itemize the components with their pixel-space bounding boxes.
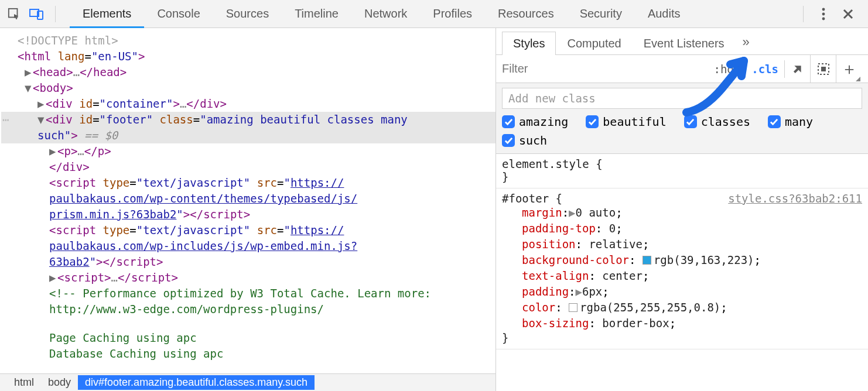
val: "footer" bbox=[100, 113, 153, 126]
rule-source-link[interactable]: style.css?63bab2:611 bbox=[728, 192, 862, 205]
dom-line[interactable]: ▶<head>…</head> bbox=[1, 64, 495, 80]
tab-console[interactable]: Console bbox=[144, 0, 213, 28]
checkbox-icon[interactable] bbox=[684, 115, 697, 128]
cls-toggle[interactable]: .cls bbox=[745, 60, 785, 78]
prop: margin bbox=[522, 206, 562, 219]
tab-network[interactable]: Network bbox=[351, 0, 420, 28]
crumb-html[interactable]: html bbox=[7, 375, 41, 390]
crumb-body[interactable]: body bbox=[41, 375, 78, 390]
tab-profiles[interactable]: Profiles bbox=[420, 0, 485, 28]
tab-sources[interactable]: Sources bbox=[213, 0, 282, 28]
dom-line[interactable]: ▶<script>…</script> bbox=[1, 270, 495, 286]
dom-line[interactable]: Page Caching using apc bbox=[1, 330, 495, 346]
dom-tree[interactable]: <!DOCTYPE html> <html lang="en-US"> ▶<he… bbox=[0, 28, 495, 373]
declaration[interactable]: padding-top: 0; bbox=[502, 221, 862, 236]
subtab-styles[interactable]: Styles bbox=[502, 32, 556, 55]
link[interactable]: 63bab2 bbox=[49, 255, 90, 268]
declaration[interactable]: box-sizing: border-box; bbox=[502, 315, 862, 331]
declaration[interactable]: padding:▶6px; bbox=[502, 284, 862, 300]
content-area: <!DOCTYPE html> <html lang="en-US"> ▶<he… bbox=[0, 28, 868, 391]
close-icon[interactable] bbox=[838, 4, 859, 25]
box-model-icon[interactable] bbox=[811, 55, 836, 83]
doctype: <!DOCTYPE html> bbox=[18, 34, 118, 47]
svg-point-5 bbox=[822, 17, 825, 20]
ellipsis: … bbox=[111, 271, 118, 284]
class-check[interactable]: beautiful bbox=[586, 115, 666, 129]
prop: color bbox=[522, 301, 555, 314]
class-check[interactable]: classes bbox=[684, 115, 750, 129]
tag: p bbox=[64, 145, 70, 157]
expand-arrow-icon[interactable]: ▶ bbox=[49, 143, 57, 159]
checkbox-icon[interactable] bbox=[502, 134, 515, 147]
styles-filter-input[interactable] bbox=[502, 62, 619, 76]
add-rule-button[interactable]: ＋ bbox=[836, 55, 862, 83]
dom-line-selected[interactable]: such"> == $0 bbox=[1, 128, 495, 143]
expand-arrow-icon[interactable]: ▶ bbox=[49, 270, 57, 286]
dom-line[interactable]: <!-- Performance optimized by W3 Total C… bbox=[1, 286, 495, 301]
color-swatch-icon[interactable] bbox=[643, 256, 651, 265]
tag: script bbox=[131, 271, 172, 284]
tag: p bbox=[98, 145, 104, 157]
collapse-arrow-icon[interactable]: ▼ bbox=[37, 112, 46, 128]
expand-arrow-icon[interactable]: ▶ bbox=[37, 96, 46, 112]
dom-line[interactable]: <html lang="en-US"> bbox=[1, 49, 495, 64]
declaration[interactable]: position: relative; bbox=[502, 236, 862, 252]
tag: script bbox=[64, 271, 104, 284]
tab-timeline[interactable]: Timeline bbox=[282, 0, 351, 28]
dom-line[interactable]: prism.min.js?63bab2"></script> bbox=[1, 207, 495, 222]
dom-line[interactable]: 63bab2"></script> bbox=[1, 254, 495, 270]
dom-line[interactable]: <script type="text/javascript" src="http… bbox=[1, 175, 495, 191]
subtab-computed[interactable]: Computed bbox=[556, 32, 632, 55]
link[interactable]: https:// bbox=[291, 176, 344, 189]
svg-point-4 bbox=[822, 12, 825, 15]
declaration[interactable]: color: rgba(255,255,255,0.8); bbox=[502, 300, 862, 315]
link[interactable]: paulbakaus.com/wp-content/themes/typebas… bbox=[49, 192, 357, 205]
class-check[interactable]: many bbox=[768, 115, 813, 129]
dom-line[interactable]: Database Caching using apc bbox=[1, 346, 495, 362]
tab-elements[interactable]: Elements bbox=[70, 0, 144, 28]
link[interactable]: prism.min.js?63bab2 bbox=[49, 208, 176, 221]
dom-line[interactable]: http://www.w3-edge.com/wordpress-plugins… bbox=[1, 301, 495, 317]
checkbox-icon[interactable] bbox=[502, 115, 515, 128]
expand-arrow-icon[interactable]: ▶ bbox=[25, 64, 33, 80]
style-rule-element[interactable]: element.style { } bbox=[496, 154, 868, 188]
dom-line[interactable]: paulbakaus.com/wp-content/themes/typebas… bbox=[1, 191, 495, 207]
class-check[interactable]: such bbox=[502, 133, 547, 148]
checkbox-icon[interactable] bbox=[586, 115, 599, 128]
tab-audits[interactable]: Audits bbox=[635, 0, 693, 28]
subtab-event-listeners[interactable]: Event Listeners bbox=[633, 32, 736, 55]
declaration[interactable]: background-color: rgb(39,163,223); bbox=[502, 252, 862, 268]
comment: Page Caching using apc bbox=[49, 331, 197, 344]
link[interactable]: https:// bbox=[291, 224, 344, 236]
dom-line-selected[interactable]: ⋯ ▼<div id="footer" class="amazing beaut… bbox=[1, 112, 495, 128]
crumb-footer[interactable]: div#footer.amazing.beautiful.classes.man… bbox=[78, 375, 315, 390]
inspect-icon[interactable] bbox=[5, 5, 23, 23]
dom-line[interactable]: <script type="text/javascript" src="http… bbox=[1, 222, 495, 238]
tag: div bbox=[52, 113, 72, 126]
class-check[interactable]: amazing bbox=[502, 115, 568, 129]
declaration[interactable]: margin:▶0 auto; bbox=[502, 205, 862, 221]
dom-line[interactable]: ▼<body> bbox=[1, 80, 495, 96]
checkbox-icon[interactable] bbox=[768, 115, 781, 128]
dom-line[interactable]: <!DOCTYPE html> bbox=[1, 33, 495, 49]
dom-line[interactable]: ▶<p>…</p> bbox=[1, 143, 495, 159]
style-rule-footer[interactable]: #footer { style.css?63bab2:611 margin:▶0… bbox=[496, 188, 868, 349]
device-mode-icon[interactable] bbox=[27, 5, 46, 23]
tab-resources[interactable]: Resources bbox=[485, 0, 567, 28]
link[interactable]: paulbakaus.com/wp-includes/js/wp-embed.m… bbox=[49, 239, 357, 252]
dom-line[interactable]: ▶<div id="container">…</div> bbox=[1, 96, 495, 112]
kebab-menu-icon[interactable] bbox=[813, 4, 834, 25]
tab-security[interactable]: Security bbox=[567, 0, 635, 28]
declaration[interactable]: text-align: center; bbox=[502, 268, 862, 284]
tag: script bbox=[56, 224, 96, 236]
collapse-arrow-icon[interactable]: ▼ bbox=[25, 80, 33, 96]
val: 0 bbox=[609, 222, 616, 235]
pin-icon[interactable] bbox=[785, 55, 811, 83]
hov-toggle[interactable]: :hov bbox=[709, 60, 745, 78]
color-swatch-icon[interactable] bbox=[569, 303, 577, 312]
subtab-overflow-icon[interactable]: » bbox=[736, 30, 757, 54]
dom-line[interactable]: </div> bbox=[1, 159, 495, 175]
add-class-input[interactable] bbox=[502, 88, 862, 109]
dom-line[interactable]: paulbakaus.com/wp-includes/js/wp-embed.m… bbox=[1, 238, 495, 254]
rule-selector: element.style { bbox=[502, 157, 603, 170]
